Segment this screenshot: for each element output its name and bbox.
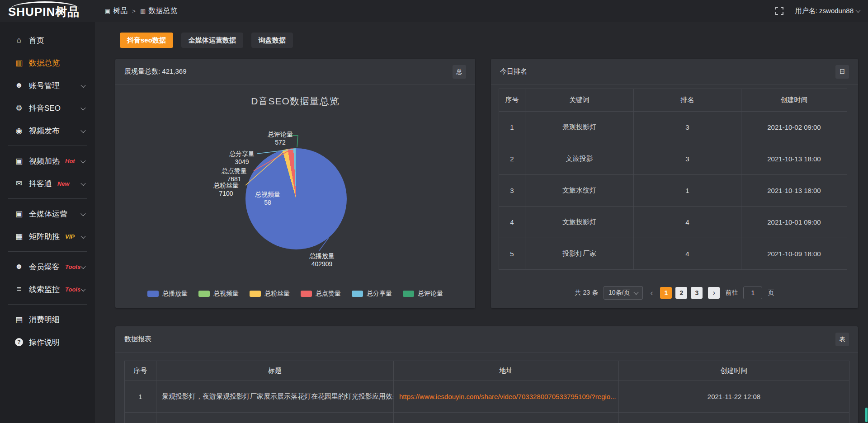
sidebar-item-label: 会员爆客 xyxy=(29,262,60,272)
sidebar-item[interactable]: ? 操作说明 xyxy=(0,331,95,353)
cell-title: 景观投影灯，夜游景观投影灯厂家展示展示落花灯在花园里的灯光投影应用效果 # xyxy=(156,381,394,413)
user-menu[interactable]: 用户名: zswodun88 xyxy=(795,7,860,15)
sidebar-item-icon: ▥ xyxy=(14,58,24,68)
breadcrumb-item-current[interactable]: ▥ 数据总览 xyxy=(140,6,177,16)
cell-keyword: 文旅投影灯 xyxy=(525,207,634,238)
sidebar-item-label: 抖客通 xyxy=(29,179,52,189)
sidebar-item-icon: ≡ xyxy=(14,285,24,294)
page-size-select[interactable]: 10条/页 xyxy=(604,286,643,300)
page-button[interactable]: 2 xyxy=(675,287,687,299)
cell-created: 2021-10-13 18:00 xyxy=(741,143,847,175)
next-page-button[interactable]: › xyxy=(708,287,720,299)
chevron-down-icon xyxy=(80,264,85,269)
topbar: SHUPIN树品 ▣ 树品 > ▥ 数据总览 用户名: zswodun88 xyxy=(0,0,868,22)
goto-suffix: 页 xyxy=(768,289,774,297)
prev-page-button[interactable]: ‹ xyxy=(648,288,655,298)
chevron-down-icon xyxy=(80,234,85,239)
sidebar-item-badge: Hot xyxy=(65,158,75,164)
sidebar-item[interactable]: ☻ 会员爆客 Tools xyxy=(0,255,95,278)
sidebar-item[interactable]: ▣ 全媒体运营 xyxy=(0,202,95,225)
overview-total-label: 展现量总数: 421,369 xyxy=(124,67,187,76)
cell-rank: 4 xyxy=(634,207,741,238)
sidebar-divider xyxy=(8,146,87,146)
cell-rank: 3 xyxy=(634,112,741,143)
sidebar-item[interactable]: ▥ 数据总览 xyxy=(0,52,95,74)
sidebar-item-badge: New xyxy=(57,180,70,187)
chevron-down-icon xyxy=(80,287,85,291)
day-toggle-button[interactable]: 日 xyxy=(835,65,849,79)
breadcrumb-item-home[interactable]: ▣ 树品 xyxy=(105,6,127,16)
legend-item[interactable]: 总评论量 xyxy=(403,290,443,298)
legend-label: 总粉丝量 xyxy=(264,290,290,298)
sidebar-item-label: 抖音SEO xyxy=(29,103,61,113)
breadcrumb-label: 树品 xyxy=(113,6,127,16)
report-panel-title: 数据报表 xyxy=(124,335,151,343)
cell-url xyxy=(394,413,619,423)
scrollbar-thumb[interactable] xyxy=(865,408,868,422)
legend-item[interactable]: 总视频量 xyxy=(198,290,239,298)
sidebar-item[interactable]: ▦ 矩阵助推 VIP xyxy=(0,225,95,248)
breadcrumb-separator: > xyxy=(132,8,136,14)
total-toggle-button[interactable]: 总 xyxy=(453,65,466,79)
report-table: 序号 标题 地址 创建时间 1 景观投影灯，夜游景观投影灯厂家展示展示落花灯在花… xyxy=(124,361,849,423)
col-header-keyword: 关键词 xyxy=(525,89,634,112)
report-table-area: 序号 标题 地址 创建时间 1 景观投影灯，夜游景观投影灯厂家展示展示落花灯在花… xyxy=(115,361,858,423)
legend-swatch xyxy=(198,291,210,297)
sidebar-item[interactable]: ▣ 视频加热 Hot xyxy=(0,150,95,172)
overview-panel: 展现量总数: 421,369 总 D音SEO数据量总览 总评论量572 总分享量… xyxy=(115,59,475,308)
legend-item[interactable]: 总播放量 xyxy=(147,290,188,298)
legend-swatch xyxy=(403,291,414,297)
sidebar-item-icon: ▦ xyxy=(14,232,24,241)
col-header-created: 创建时间 xyxy=(741,89,847,112)
sidebar-item-icon: ▣ xyxy=(14,156,24,166)
legend-label: 总分享量 xyxy=(367,290,392,298)
tab[interactable]: 抖音seo数据 xyxy=(120,33,173,48)
cell-keyword: 文旅投影 xyxy=(525,143,634,175)
cell-keyword: 景观投影灯 xyxy=(525,112,634,143)
chevron-down-icon xyxy=(634,290,639,295)
ranking-table-area: 序号 关键词 排名 创建时间 1 景观投影灯 3 2021-10-02 09:0… xyxy=(491,85,858,308)
sidebar-item[interactable]: ⚙ 抖音SEO xyxy=(0,97,95,119)
video-link[interactable]: https://www.iesdouyin.com/share/video/70… xyxy=(399,393,616,400)
legend-swatch xyxy=(147,291,159,297)
sidebar-item-icon: ☻ xyxy=(14,262,24,271)
cell-index: 4 xyxy=(499,207,525,238)
cell-index: 1 xyxy=(499,112,525,143)
cell-created: 2021-10-13 18:00 xyxy=(741,175,847,207)
legend-item[interactable]: 总分享量 xyxy=(352,290,392,298)
sidebar-divider xyxy=(8,251,87,252)
goto-page-input[interactable] xyxy=(743,287,762,299)
sidebar-item[interactable]: ✉ 抖客通 New xyxy=(0,172,95,195)
report-panel-header: 数据报表 表 xyxy=(115,326,858,352)
col-header-index: 序号 xyxy=(125,361,156,381)
pie-label-likes: 总点赞量7681 xyxy=(222,167,247,183)
sidebar-item-label: 首页 xyxy=(29,35,44,46)
tab[interactable]: 全媒体运营数据 xyxy=(181,33,243,48)
legend-item[interactable]: 总粉丝量 xyxy=(250,290,290,298)
page-button[interactable]: 1 xyxy=(660,287,672,299)
legend-label: 总播放量 xyxy=(162,290,188,298)
sidebar-item[interactable]: ⌂ 首页 xyxy=(0,29,95,52)
legend-item[interactable]: 总点赞量 xyxy=(301,290,341,298)
cell-keyword: 投影灯厂家 xyxy=(525,238,634,270)
page-button[interactable]: 3 xyxy=(691,287,703,299)
fullscreen-icon[interactable] xyxy=(775,7,783,15)
cell-created xyxy=(619,413,849,423)
sidebar-item[interactable]: ☻ 账号管理 xyxy=(0,74,95,97)
sidebar-item[interactable]: ≡ 线索监控 Tools xyxy=(0,278,95,301)
sidebar-divider xyxy=(8,198,87,199)
sidebar-item-label: 视频加热 xyxy=(29,156,60,166)
table-toggle-button[interactable]: 表 xyxy=(835,333,849,346)
legend-label: 总视频量 xyxy=(213,290,239,298)
cell-rank: 1 xyxy=(634,175,741,207)
cell-title xyxy=(156,413,394,423)
chart-legend: 总播放量 总视频量 总粉丝量 总点赞量 xyxy=(115,290,475,298)
ranking-panel-title: 今日排名 xyxy=(500,67,527,76)
tab[interactable]: 询盘数据 xyxy=(251,33,293,48)
chevron-down-icon xyxy=(855,8,860,13)
pie-label-plays: 总播放量402909 xyxy=(309,252,335,268)
chevron-down-icon xyxy=(80,128,85,133)
sidebar-item-icon: ▤ xyxy=(14,315,24,324)
sidebar-item[interactable]: ◉ 视频发布 xyxy=(0,119,95,142)
sidebar-item[interactable]: ▤ 消费明细 xyxy=(0,308,95,331)
